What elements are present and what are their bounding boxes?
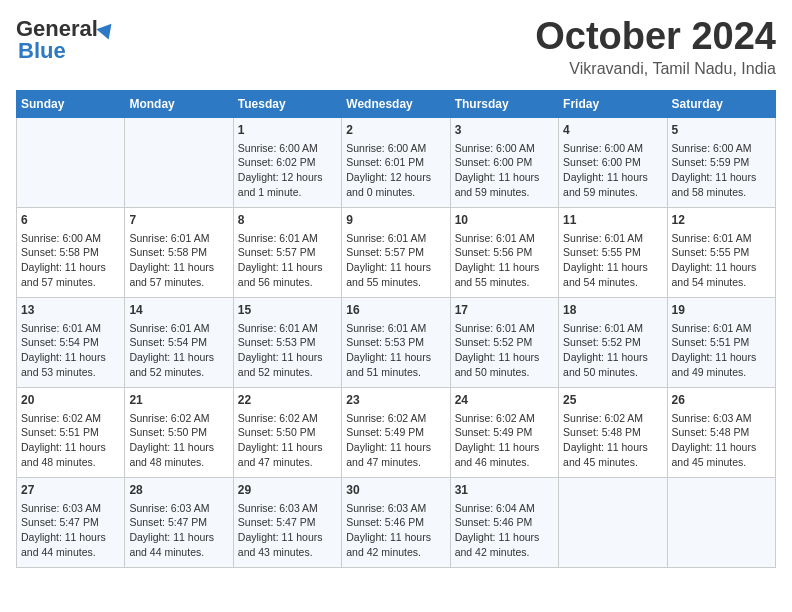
day-number: 24	[455, 392, 554, 409]
header-thursday: Thursday	[450, 90, 558, 117]
calendar-cell: 18Sunrise: 6:01 AMSunset: 5:52 PMDayligh…	[559, 297, 667, 387]
day-number: 25	[563, 392, 662, 409]
day-number: 19	[672, 302, 771, 319]
day-number: 10	[455, 212, 554, 229]
calendar-week-row: 1Sunrise: 6:00 AMSunset: 6:02 PMDaylight…	[17, 117, 776, 207]
day-number: 3	[455, 122, 554, 139]
calendar-cell: 12Sunrise: 6:01 AMSunset: 5:55 PMDayligh…	[667, 207, 775, 297]
day-number: 18	[563, 302, 662, 319]
day-info: Sunrise: 6:02 AMSunset: 5:48 PMDaylight:…	[563, 411, 662, 470]
calendar-cell: 7Sunrise: 6:01 AMSunset: 5:58 PMDaylight…	[125, 207, 233, 297]
day-info: Sunrise: 6:01 AMSunset: 5:57 PMDaylight:…	[238, 231, 337, 290]
day-number: 20	[21, 392, 120, 409]
calendar-cell: 2Sunrise: 6:00 AMSunset: 6:01 PMDaylight…	[342, 117, 450, 207]
day-info: Sunrise: 6:03 AMSunset: 5:47 PMDaylight:…	[129, 501, 228, 560]
header-tuesday: Tuesday	[233, 90, 341, 117]
calendar-cell: 5Sunrise: 6:00 AMSunset: 5:59 PMDaylight…	[667, 117, 775, 207]
day-info: Sunrise: 6:03 AMSunset: 5:47 PMDaylight:…	[238, 501, 337, 560]
day-info: Sunrise: 6:01 AMSunset: 5:52 PMDaylight:…	[563, 321, 662, 380]
month-title: October 2024	[535, 16, 776, 58]
day-info: Sunrise: 6:01 AMSunset: 5:54 PMDaylight:…	[21, 321, 120, 380]
day-number: 27	[21, 482, 120, 499]
day-number: 5	[672, 122, 771, 139]
calendar-cell: 11Sunrise: 6:01 AMSunset: 5:55 PMDayligh…	[559, 207, 667, 297]
day-info: Sunrise: 6:01 AMSunset: 5:52 PMDaylight:…	[455, 321, 554, 380]
day-number: 11	[563, 212, 662, 229]
header-friday: Friday	[559, 90, 667, 117]
day-info: Sunrise: 6:01 AMSunset: 5:51 PMDaylight:…	[672, 321, 771, 380]
page-header: General Blue October 2024 Vikravandi, Ta…	[16, 16, 776, 78]
day-info: Sunrise: 6:01 AMSunset: 5:53 PMDaylight:…	[238, 321, 337, 380]
day-number: 23	[346, 392, 445, 409]
calendar-week-row: 20Sunrise: 6:02 AMSunset: 5:51 PMDayligh…	[17, 387, 776, 477]
header-sunday: Sunday	[17, 90, 125, 117]
day-info: Sunrise: 6:00 AMSunset: 6:01 PMDaylight:…	[346, 141, 445, 200]
calendar-cell: 17Sunrise: 6:01 AMSunset: 5:52 PMDayligh…	[450, 297, 558, 387]
day-info: Sunrise: 6:02 AMSunset: 5:51 PMDaylight:…	[21, 411, 120, 470]
calendar-cell: 6Sunrise: 6:00 AMSunset: 5:58 PMDaylight…	[17, 207, 125, 297]
day-number: 17	[455, 302, 554, 319]
day-number: 14	[129, 302, 228, 319]
day-number: 21	[129, 392, 228, 409]
day-info: Sunrise: 6:01 AMSunset: 5:53 PMDaylight:…	[346, 321, 445, 380]
day-number: 31	[455, 482, 554, 499]
calendar-cell: 31Sunrise: 6:04 AMSunset: 5:46 PMDayligh…	[450, 477, 558, 567]
calendar-week-row: 27Sunrise: 6:03 AMSunset: 5:47 PMDayligh…	[17, 477, 776, 567]
calendar-cell: 27Sunrise: 6:03 AMSunset: 5:47 PMDayligh…	[17, 477, 125, 567]
day-info: Sunrise: 6:03 AMSunset: 5:48 PMDaylight:…	[672, 411, 771, 470]
calendar-cell: 4Sunrise: 6:00 AMSunset: 6:00 PMDaylight…	[559, 117, 667, 207]
header-monday: Monday	[125, 90, 233, 117]
calendar-header-row: SundayMondayTuesdayWednesdayThursdayFrid…	[17, 90, 776, 117]
calendar-cell: 13Sunrise: 6:01 AMSunset: 5:54 PMDayligh…	[17, 297, 125, 387]
calendar-cell: 20Sunrise: 6:02 AMSunset: 5:51 PMDayligh…	[17, 387, 125, 477]
calendar-cell: 29Sunrise: 6:03 AMSunset: 5:47 PMDayligh…	[233, 477, 341, 567]
day-number: 16	[346, 302, 445, 319]
location: Vikravandi, Tamil Nadu, India	[535, 60, 776, 78]
day-number: 8	[238, 212, 337, 229]
calendar-cell: 15Sunrise: 6:01 AMSunset: 5:53 PMDayligh…	[233, 297, 341, 387]
day-info: Sunrise: 6:00 AMSunset: 5:59 PMDaylight:…	[672, 141, 771, 200]
day-number: 12	[672, 212, 771, 229]
calendar-cell: 23Sunrise: 6:02 AMSunset: 5:49 PMDayligh…	[342, 387, 450, 477]
calendar-cell: 22Sunrise: 6:02 AMSunset: 5:50 PMDayligh…	[233, 387, 341, 477]
calendar-table: SundayMondayTuesdayWednesdayThursdayFrid…	[16, 90, 776, 568]
calendar-cell: 9Sunrise: 6:01 AMSunset: 5:57 PMDaylight…	[342, 207, 450, 297]
calendar-cell	[667, 477, 775, 567]
day-number: 28	[129, 482, 228, 499]
calendar-cell: 8Sunrise: 6:01 AMSunset: 5:57 PMDaylight…	[233, 207, 341, 297]
day-info: Sunrise: 6:03 AMSunset: 5:47 PMDaylight:…	[21, 501, 120, 560]
day-number: 7	[129, 212, 228, 229]
day-number: 9	[346, 212, 445, 229]
day-info: Sunrise: 6:00 AMSunset: 6:00 PMDaylight:…	[455, 141, 554, 200]
day-info: Sunrise: 6:01 AMSunset: 5:54 PMDaylight:…	[129, 321, 228, 380]
day-number: 15	[238, 302, 337, 319]
day-number: 6	[21, 212, 120, 229]
calendar-cell: 25Sunrise: 6:02 AMSunset: 5:48 PMDayligh…	[559, 387, 667, 477]
calendar-cell: 16Sunrise: 6:01 AMSunset: 5:53 PMDayligh…	[342, 297, 450, 387]
day-info: Sunrise: 6:01 AMSunset: 5:57 PMDaylight:…	[346, 231, 445, 290]
calendar-cell: 14Sunrise: 6:01 AMSunset: 5:54 PMDayligh…	[125, 297, 233, 387]
day-info: Sunrise: 6:01 AMSunset: 5:58 PMDaylight:…	[129, 231, 228, 290]
day-info: Sunrise: 6:01 AMSunset: 5:55 PMDaylight:…	[563, 231, 662, 290]
calendar-week-row: 13Sunrise: 6:01 AMSunset: 5:54 PMDayligh…	[17, 297, 776, 387]
day-info: Sunrise: 6:01 AMSunset: 5:55 PMDaylight:…	[672, 231, 771, 290]
day-info: Sunrise: 6:02 AMSunset: 5:50 PMDaylight:…	[129, 411, 228, 470]
logo-blue-text: Blue	[18, 38, 66, 63]
day-number: 1	[238, 122, 337, 139]
calendar-cell: 30Sunrise: 6:03 AMSunset: 5:46 PMDayligh…	[342, 477, 450, 567]
logo: General Blue	[16, 16, 115, 64]
calendar-cell: 28Sunrise: 6:03 AMSunset: 5:47 PMDayligh…	[125, 477, 233, 567]
calendar-cell	[559, 477, 667, 567]
day-info: Sunrise: 6:02 AMSunset: 5:49 PMDaylight:…	[455, 411, 554, 470]
calendar-cell: 10Sunrise: 6:01 AMSunset: 5:56 PMDayligh…	[450, 207, 558, 297]
calendar-cell: 19Sunrise: 6:01 AMSunset: 5:51 PMDayligh…	[667, 297, 775, 387]
day-number: 26	[672, 392, 771, 409]
day-info: Sunrise: 6:00 AMSunset: 6:00 PMDaylight:…	[563, 141, 662, 200]
day-info: Sunrise: 6:00 AMSunset: 5:58 PMDaylight:…	[21, 231, 120, 290]
day-info: Sunrise: 6:02 AMSunset: 5:50 PMDaylight:…	[238, 411, 337, 470]
day-info: Sunrise: 6:01 AMSunset: 5:56 PMDaylight:…	[455, 231, 554, 290]
calendar-cell	[125, 117, 233, 207]
calendar-cell: 1Sunrise: 6:00 AMSunset: 6:02 PMDaylight…	[233, 117, 341, 207]
calendar-cell: 26Sunrise: 6:03 AMSunset: 5:48 PMDayligh…	[667, 387, 775, 477]
day-number: 29	[238, 482, 337, 499]
